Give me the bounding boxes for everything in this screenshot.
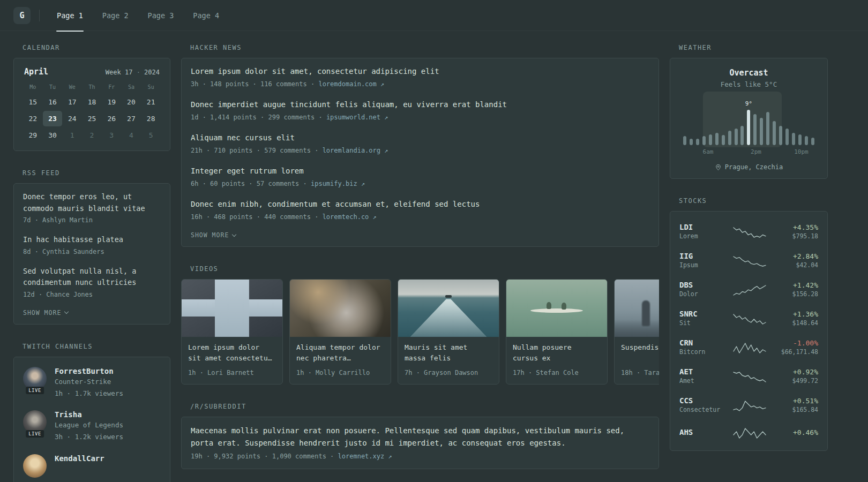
- stock-symbol: LDI: [679, 223, 728, 231]
- calendar-year: 2024: [144, 69, 160, 76]
- stock-price: $42.04: [771, 261, 818, 269]
- video-card[interactable]: Aliquam tempor dolor nec pharetra…1h · M…: [289, 279, 391, 385]
- hn-item-meta: 21h · 710 points · 579 comments · loreml…: [191, 146, 649, 155]
- canoe-lake-thumbnail: [506, 280, 607, 337]
- weather-bar: [690, 139, 693, 145]
- weather-location-label: Prague, Czechia: [725, 163, 783, 171]
- video-row: Lorem ipsum dolor sit amet consectetu…1h…: [181, 279, 659, 385]
- stock-row[interactable]: IIGIpsum+2.84%$42.04: [679, 246, 818, 275]
- calendar-day: 26: [102, 111, 122, 126]
- stock-row[interactable]: AETAmet+0.92%$499.72: [679, 362, 818, 390]
- twitch-widget-title: TWITCH CHANNELS: [23, 343, 170, 350]
- stock-row[interactable]: AHS+0.46%: [679, 419, 818, 445]
- weather-bar: [728, 131, 731, 145]
- twitch-channel-game: League of Legends: [55, 420, 123, 431]
- rss-item-title[interactable]: Sed volutpat nulla nisl, a condimentum n…: [23, 266, 161, 289]
- calendar-month: April: [24, 67, 48, 77]
- stock-change: +0.46%: [771, 428, 818, 436]
- subreddit-post-title[interactable]: Maecenas mollis pulvinar erat non posuer…: [191, 425, 649, 449]
- live-badge: LIVE: [26, 430, 44, 438]
- hn-item-domain-link[interactable]: loremdomain.com ↗: [318, 80, 384, 88]
- sea-wake-thumbnail: [398, 280, 499, 337]
- hn-item: Donec imperdiet augue tincidunt felis al…: [191, 99, 649, 122]
- hn-item-domain-link[interactable]: loremtech.co ↗: [323, 213, 377, 221]
- stocks-widget: STOCKS LDILorem+4.35%$795.18IIGIpsum+2.8…: [670, 197, 828, 451]
- video-card[interactable]: Nullam posuere cursus ex17h · Stefan Col…: [506, 279, 608, 385]
- hn-item-title[interactable]: Donec enim nibh, condimentum et accumsan…: [191, 199, 649, 210]
- hn-item-title[interactable]: Aliquam nec cursus elit: [191, 132, 649, 144]
- rss-item-title[interactable]: Donec tempor eros leo, ut commodo mauris…: [23, 191, 161, 214]
- calendar-day: 20: [122, 94, 141, 110]
- stock-name: Bitcorn: [679, 348, 728, 356]
- stock-row[interactable]: SNRCSit+1.36%$148.64: [679, 304, 818, 333]
- weather-time-axis: 6am2pm10pm: [683, 148, 814, 156]
- weather-bar: [735, 129, 738, 145]
- nav-tab-page-3[interactable]: Page 3: [140, 0, 182, 31]
- twitch-channel-name[interactable]: Trisha: [55, 410, 123, 419]
- hn-item-title[interactable]: Integer eget rutrum lorem: [191, 165, 649, 177]
- stock-symbol: DBS: [679, 281, 728, 289]
- stock-row[interactable]: CRNBitcorn-1.00%$66,171.48: [679, 333, 818, 362]
- video-title: Suspendisse diam: [615, 337, 659, 365]
- hn-item-meta: 16h · 468 points · 440 comments · loremt…: [191, 212, 649, 222]
- weather-bar: [740, 126, 744, 145]
- stock-change: +1.42%: [771, 281, 818, 289]
- weather-bar: [785, 129, 789, 145]
- subreddit-list: Maecenas mollis pulvinar erat non posuer…: [191, 425, 649, 461]
- hackernews-show-more-button[interactable]: SHOW MORE: [191, 231, 236, 239]
- calendar-day: 4: [122, 127, 141, 143]
- rss-show-more-button[interactable]: SHOW MORE: [23, 309, 68, 317]
- video-title: Mauris sit amet massa felis: [398, 337, 499, 365]
- app-logo[interactable]: G: [13, 7, 31, 24]
- nav-tab-page-2[interactable]: Page 2: [95, 0, 136, 31]
- subreddit-post-domain-link[interactable]: loremnet.xyz ↗: [338, 453, 392, 460]
- stock-name: Sit: [679, 319, 728, 327]
- cross-sky-thumbnail: [182, 280, 282, 337]
- twitch-channel-name[interactable]: ForrestBurton: [55, 367, 123, 375]
- video-card[interactable]: Suspendisse diam18h · Tara: [614, 279, 659, 385]
- calendar-day-header: We: [62, 81, 82, 93]
- weather-time-label: 2pm: [751, 148, 761, 155]
- camera-hands-thumbnail: [290, 280, 391, 337]
- hn-item-meta: 6h · 60 points · 57 comments · ipsumify.…: [191, 179, 649, 189]
- weather-bar: 9°: [747, 110, 750, 145]
- stock-row[interactable]: DBSDolor+1.42%$156.28: [679, 275, 818, 304]
- stock-change: +2.84%: [771, 252, 818, 260]
- hn-item-title[interactable]: Donec imperdiet augue tincidunt felis al…: [191, 99, 649, 110]
- calendar-day: 21: [141, 94, 161, 110]
- weather-chart: 9°: [683, 103, 814, 145]
- hackernews-widget-title: HACKER NEWS: [190, 44, 659, 51]
- twitch-channel-viewers: 1h · 1.7k viewers: [55, 389, 123, 399]
- hn-item-domain-link[interactable]: ipsumify.biz ↗: [311, 180, 365, 187]
- calendar-day: 3: [102, 127, 122, 143]
- twitch-avatar: LIVE: [23, 410, 47, 434]
- top-nav: G Page 1Page 2Page 3Page 4: [0, 0, 868, 31]
- stock-change: +4.35%: [771, 223, 818, 231]
- weather-condition: Overcast: [679, 68, 819, 78]
- hn-item-domain-link[interactable]: loremlandia.org ↗: [323, 147, 388, 154]
- video-meta: 7h · Grayson Dawson: [398, 365, 499, 384]
- stock-row[interactable]: CCSConsectetur+0.51%$165.84: [679, 390, 818, 419]
- hn-item-domain-link[interactable]: ipsumworld.net ↗: [326, 114, 388, 121]
- videos-widget-title: VIDEOS: [190, 265, 659, 273]
- stocks-card: LDILorem+4.35%$795.18IIGIpsum+2.84%$42.0…: [670, 211, 828, 451]
- subreddit-widget-title: /R/SUBREDDIT: [190, 403, 659, 410]
- calendar-day-header: Mo: [23, 81, 43, 93]
- videos-widget: VIDEOS Lorem ipsum dolor sit amet consec…: [181, 265, 659, 385]
- stock-sparkline: [732, 369, 767, 383]
- stock-row[interactable]: LDILorem+4.35%$795.18: [679, 217, 818, 246]
- video-card[interactable]: Mauris sit amet massa felis7h · Grayson …: [398, 279, 499, 385]
- nav-tab-page-1[interactable]: Page 1: [49, 0, 91, 31]
- nav-tab-page-4[interactable]: Page 4: [185, 0, 227, 31]
- video-card[interactable]: Lorem ipsum dolor sit amet consectetu…1h…: [181, 279, 283, 385]
- dashboard: CALENDAR April Week 17 · 2024 MoTuWeThFr…: [0, 31, 868, 482]
- twitch-channel-name[interactable]: KendallCarr: [55, 454, 104, 463]
- video-meta: 18h · Tara: [615, 365, 659, 384]
- weather-bar: [709, 134, 712, 145]
- rss-item-title[interactable]: In hac habitasse platea: [23, 234, 161, 246]
- hn-item-title[interactable]: Lorem ipsum dolor sit amet, consectetur …: [191, 66, 649, 77]
- location-pin-icon: [715, 164, 722, 171]
- twitch-list: LIVEForrestBurtonCounter-Strike1h · 1.7k…: [23, 365, 161, 478]
- weather-bar: [702, 136, 706, 145]
- stock-price: $165.84: [771, 406, 818, 413]
